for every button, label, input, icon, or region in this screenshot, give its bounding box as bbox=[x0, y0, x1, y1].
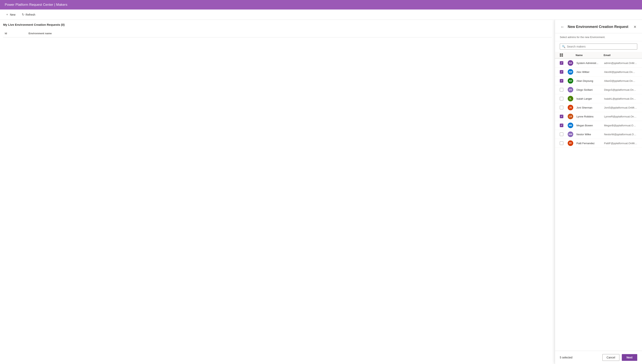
drawer-title: New Environment Creation Request bbox=[568, 25, 630, 29]
maker-email: DiegoS@pplatformuat.OnMicrosoft.c... bbox=[604, 88, 637, 91]
makers-list: SASystem Administr...admin@pplatformuat.… bbox=[555, 58, 642, 148]
maker-name: Alex Wilber bbox=[576, 70, 604, 74]
maker-row[interactable]: ILIsaiah LangerIsaiahL@pplatformuat.OnMi… bbox=[555, 94, 642, 103]
email-col-header: Email bbox=[603, 54, 637, 57]
search-icon: 🔍 bbox=[562, 45, 565, 48]
maker-checkbox[interactable] bbox=[560, 115, 563, 118]
maker-email: admin@pplatformuat.OnMicrosoft.co... bbox=[604, 62, 637, 64]
maker-row[interactable]: AWAlex WilberAlexW@pplatformuat.OnMicros… bbox=[555, 68, 642, 76]
maker-email: NestorW@pplatformuat.OnMicrosoft.... bbox=[604, 133, 637, 136]
maker-checkbox[interactable] bbox=[560, 132, 563, 136]
maker-email: IsaiahL@pplatformuat.OnMicrosoft.c... bbox=[604, 97, 637, 100]
avatar: PF bbox=[568, 140, 573, 146]
maker-row[interactable]: PFPatti FernandezPattiF@pplatformuat.OnM… bbox=[555, 139, 642, 148]
drawer-panel: ← New Environment Creation Request ✕ Sel… bbox=[555, 20, 642, 364]
col-env-header: Environment name bbox=[27, 31, 552, 36]
avatar: MB bbox=[568, 122, 573, 128]
maker-email: AllanD@pplatformuat.OnMicrosoft.c... bbox=[604, 80, 637, 82]
footer-buttons: Cancel Next bbox=[602, 354, 637, 361]
selected-count: 5 selected bbox=[560, 356, 572, 359]
close-button[interactable]: ✕ bbox=[633, 24, 637, 30]
select-all-col bbox=[560, 54, 568, 57]
maker-name: Joni Sherman bbox=[576, 106, 604, 109]
table-header: Id Environment name bbox=[3, 30, 552, 38]
drawer-footer: 5 selected Cancel Next bbox=[555, 351, 642, 364]
maker-name: Diego Siciliani bbox=[576, 88, 604, 91]
makers-table: Name Email SASystem Administr...admin@pp… bbox=[555, 52, 642, 351]
makers-table-header: Name Email bbox=[555, 52, 642, 58]
toolbar: ＋ New ↻ Refresh bbox=[0, 10, 642, 20]
app-title-bar: Power Platform Request Center | Makers bbox=[0, 0, 642, 10]
maker-row[interactable]: ADAllan DeyoungAllanD@pplatformuat.OnMic… bbox=[555, 76, 642, 85]
maker-row[interactable]: DSDiego SicilianiDiegoS@pplatformuat.OnM… bbox=[555, 85, 642, 94]
maker-email: MeganB@pplatformuat.OnMicrosoft.... bbox=[604, 124, 637, 127]
refresh-button[interactable]: ↻ Refresh bbox=[20, 12, 38, 18]
left-panel: My Live Environment Creation Requests (0… bbox=[0, 20, 555, 364]
search-input[interactable] bbox=[567, 45, 635, 48]
drawer-header: ← New Environment Creation Request ✕ bbox=[555, 20, 642, 33]
maker-name: Allan Deyoung bbox=[576, 80, 604, 82]
section-title: My Live Environment Creation Requests (0… bbox=[3, 23, 552, 26]
maker-row[interactable]: NWNestor WilkeNestorW@pplatformuat.OnMic… bbox=[555, 130, 642, 139]
maker-name: Patti Fernandez bbox=[576, 142, 604, 145]
drawer-subtitle: Select admins for the new Environment. bbox=[555, 33, 642, 41]
maker-checkbox[interactable] bbox=[560, 97, 563, 100]
avatar: AW bbox=[568, 69, 573, 75]
maker-row[interactable]: JSJoni ShermanJoniS@pplatformuat.OnMicro… bbox=[555, 103, 642, 112]
maker-email: JoniS@pplatformuat.OnMicrosoft.com bbox=[604, 106, 637, 109]
maker-row[interactable]: MBMegan BowenMeganB@pplatformuat.OnMicro… bbox=[555, 121, 642, 130]
new-button[interactable]: ＋ New bbox=[3, 11, 18, 18]
avatar: NW bbox=[568, 132, 573, 137]
maker-checkbox[interactable] bbox=[560, 79, 563, 82]
maker-name: System Administr... bbox=[576, 62, 604, 64]
maker-email: LynneR@pplatformuat.OnMicrosoft.c... bbox=[604, 115, 637, 118]
plus-icon: ＋ bbox=[6, 12, 9, 17]
maker-checkbox[interactable] bbox=[560, 124, 563, 127]
back-button[interactable]: ← bbox=[560, 24, 565, 30]
maker-checkbox[interactable] bbox=[560, 142, 563, 145]
search-box[interactable]: 🔍 bbox=[560, 44, 637, 50]
avatar: SA bbox=[568, 60, 573, 66]
maker-email: AlexW@pplatformuat.OnMicrosoft.c... bbox=[604, 70, 637, 74]
maker-name: Isaiah Langer bbox=[576, 97, 604, 100]
app-title: Power Platform Request Center | Makers bbox=[5, 3, 67, 7]
refresh-icon: ↻ bbox=[22, 13, 24, 16]
maker-row[interactable]: LRLynne RobbinsLynneR@pplatformuat.OnMic… bbox=[555, 112, 642, 121]
maker-name: Megan Bowen bbox=[576, 124, 604, 127]
avatar: AD bbox=[568, 78, 573, 84]
maker-checkbox[interactable] bbox=[560, 70, 563, 74]
maker-email: PattiF@pplatformuat.OnMicrosoft.com bbox=[604, 142, 637, 145]
maker-name: Lynne Robbins bbox=[576, 115, 604, 118]
avatar: DS bbox=[568, 87, 573, 92]
maker-checkbox[interactable] bbox=[560, 88, 563, 92]
grid-icon bbox=[560, 54, 563, 57]
maker-row[interactable]: SASystem Administr...admin@pplatformuat.… bbox=[555, 58, 642, 68]
name-col-header: Name bbox=[576, 54, 603, 57]
col-id-header: Id bbox=[3, 31, 27, 36]
main-content: My Live Environment Creation Requests (0… bbox=[0, 20, 642, 364]
maker-name: Nestor Wilke bbox=[576, 133, 604, 136]
maker-checkbox[interactable] bbox=[560, 106, 563, 109]
cancel-button[interactable]: Cancel bbox=[602, 354, 619, 361]
avatar: LR bbox=[568, 114, 573, 119]
next-button[interactable]: Next bbox=[622, 354, 637, 361]
avatar: IL bbox=[568, 96, 573, 102]
avatar: JS bbox=[568, 105, 573, 110]
maker-checkbox[interactable] bbox=[560, 61, 563, 65]
